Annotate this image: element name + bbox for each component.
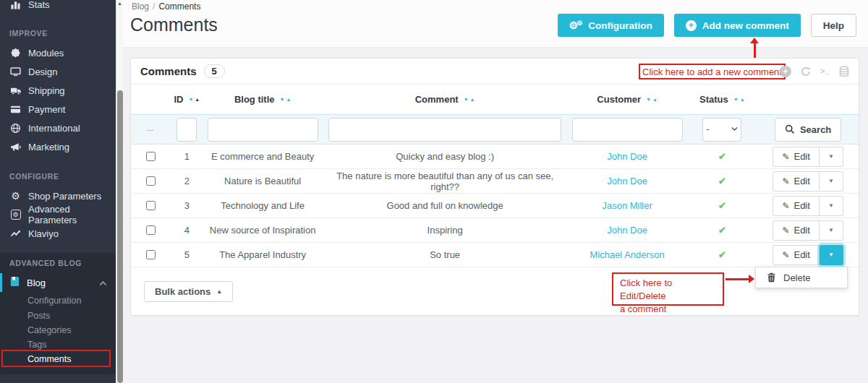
customer-link[interactable]: John Doe <box>607 151 647 162</box>
filter-customer-input[interactable] <box>572 118 683 142</box>
row-checkbox[interactable] <box>146 201 156 210</box>
chevron-up-icon <box>99 277 107 288</box>
sidebar: Stats IMPROVE Modules Design Shipping <box>0 0 116 383</box>
annotation-edit-delete: Click here to Edit/Delete a comment <box>612 272 724 306</box>
cell-comment: So true <box>322 243 567 267</box>
column-header-blog-title[interactable]: Blog title ▼▲ <box>203 85 323 114</box>
filter-id-input[interactable] <box>176 118 197 142</box>
sort-desc-icon[interactable]: ▼ <box>733 97 739 102</box>
sidebar-item-label: Modules <box>28 48 64 59</box>
edit-dropdown-toggle-open[interactable]: ▼ <box>820 245 843 265</box>
add-record-icon[interactable]: + <box>780 66 791 77</box>
column-header-status[interactable]: Status ▼▲ <box>686 85 757 114</box>
delete-dropdown-menu[interactable]: Delete <box>755 267 848 288</box>
status-filter-select[interactable]: - <box>702 118 741 142</box>
cell-id: 1 <box>171 145 203 168</box>
cell-id: 3 <box>171 194 203 218</box>
panel-toolbar: + >_ <box>780 59 850 85</box>
sidebar-item-blog[interactable]: Blog <box>0 273 116 292</box>
puzzle-icon <box>9 47 22 59</box>
sidebar-item-label: International <box>28 123 80 134</box>
edit-dropdown-toggle[interactable]: ▼ <box>820 220 843 241</box>
bulk-actions-button[interactable]: Bulk actions ▲ <box>144 281 233 302</box>
edit-button[interactable]: ✎Edit <box>773 220 819 241</box>
sidebar-item-modules[interactable]: Modules <box>0 43 116 62</box>
scrollbar-thumb[interactable] <box>117 90 123 383</box>
annotation-arrow-right <box>726 275 754 283</box>
column-header-customer[interactable]: Customer ▼▲ <box>568 85 687 114</box>
edit-dropdown-toggle[interactable]: ▼ <box>820 196 843 216</box>
advanced-gear-icon: ⚙ <box>9 209 22 220</box>
column-header-comment[interactable]: Comment ▼▲ <box>322 85 567 114</box>
sidebar-item-design[interactable]: Design <box>0 62 116 81</box>
console-icon[interactable]: >_ <box>820 67 830 76</box>
sidebar-item-stats[interactable]: Stats <box>0 0 116 14</box>
comments-panel: Comments 5 Click here to add a new comme… <box>130 58 859 316</box>
sidebar-item-klaviyo[interactable]: Klaviyo <box>0 224 116 243</box>
blog-book-icon <box>9 276 20 289</box>
edit-dropdown-toggle[interactable]: ▼ <box>820 147 843 167</box>
gears-icon: ⚙⚙ <box>569 20 583 30</box>
table-row: 4 New source of Inspiration Inspiring Jo… <box>131 218 859 243</box>
plus-circle-icon: + <box>686 20 697 31</box>
edit-dropdown-toggle[interactable]: ▼ <box>820 171 843 192</box>
sort-asc-icon[interactable]: ▲ <box>470 97 475 102</box>
column-header-id[interactable]: ID ▼▲ <box>171 85 203 114</box>
credit-card-icon <box>9 103 22 115</box>
row-checkbox[interactable] <box>146 250 156 259</box>
table-row: 3 Technology and Life Good and full on k… <box>131 194 859 218</box>
customer-link[interactable]: Michael Anderson <box>590 249 664 260</box>
sidebar-item-advanced-parameters[interactable]: ⚙ Advanced Parameters <box>0 205 116 224</box>
help-button[interactable]: Help <box>811 14 856 37</box>
database-icon[interactable] <box>838 66 850 77</box>
edit-button[interactable]: ✎Edit <box>773 147 819 167</box>
sidebar-item-international[interactable]: International <box>0 119 116 137</box>
status-check-icon[interactable]: ✔ <box>718 176 726 186</box>
filter-comment-input[interactable] <box>328 118 561 142</box>
configuration-button[interactable]: ⚙⚙ Configuration <box>558 14 664 37</box>
sidebar-item-blog-categories[interactable]: Categories <box>0 323 116 337</box>
status-check-icon[interactable]: ✔ <box>718 249 726 260</box>
customer-link[interactable]: John Doe <box>607 225 647 236</box>
sidebar-item-blog-posts[interactable]: Posts <box>0 309 116 323</box>
status-check-icon[interactable]: ✔ <box>718 200 726 211</box>
sort-desc-icon[interactable]: ▼ <box>188 97 193 102</box>
row-checkbox[interactable] <box>146 152 156 161</box>
cell-blog-title: E commerce and Beauty <box>203 145 323 168</box>
sidebar-item-shipping[interactable]: Shipping <box>0 81 116 100</box>
scrollbar-up-arrow-icon[interactable]: ▲ <box>117 1 122 6</box>
globe-icon <box>9 122 22 134</box>
search-button[interactable]: Search <box>775 118 841 142</box>
sort-desc-icon[interactable]: ▼ <box>280 97 285 102</box>
sidebar-item-label: Design <box>28 66 57 77</box>
panel-header: Comments 5 Click here to add a new comme… <box>131 59 859 85</box>
sort-desc-icon[interactable]: ▼ <box>464 97 469 102</box>
sidebar-item-payment[interactable]: Payment <box>0 100 116 119</box>
sidebar-item-shop-parameters[interactable]: ⚙ Shop Parameters <box>0 186 116 205</box>
status-check-icon[interactable]: ✔ <box>718 151 726 162</box>
breadcrumb: Blog/Comments <box>132 1 200 12</box>
sort-desc-icon[interactable]: ▼ <box>646 97 651 102</box>
megaphone-icon <box>9 141 22 152</box>
sidebar-item-blog-configuration[interactable]: Configuration <box>0 293 116 308</box>
sort-asc-icon[interactable]: ▲ <box>195 97 200 102</box>
delete-menu-item[interactable]: Delete <box>783 272 811 283</box>
row-checkbox[interactable] <box>146 176 156 186</box>
trash-icon <box>767 272 776 283</box>
row-checkbox[interactable] <box>146 225 156 235</box>
refresh-icon[interactable] <box>800 66 812 77</box>
edit-button[interactable]: ✎Edit <box>773 245 819 265</box>
customer-link[interactable]: Jason Miller <box>602 200 652 211</box>
add-new-comment-button[interactable]: + Add new comment <box>674 14 801 37</box>
vertical-scrollbar[interactable]: ▲ <box>116 0 123 383</box>
customer-link[interactable]: John Doe <box>607 176 647 186</box>
edit-button[interactable]: ✎Edit <box>773 196 819 216</box>
status-check-icon[interactable]: ✔ <box>718 225 726 236</box>
sort-asc-icon[interactable]: ▲ <box>286 97 291 102</box>
edit-button[interactable]: ✎Edit <box>773 171 819 192</box>
sort-asc-icon[interactable]: ▲ <box>740 97 745 102</box>
sort-asc-icon[interactable]: ▲ <box>652 97 658 102</box>
breadcrumb-parent[interactable]: Blog <box>132 1 149 12</box>
sidebar-item-marketing[interactable]: Marketing <box>0 137 116 156</box>
filter-blog-title-input[interactable] <box>208 118 318 142</box>
